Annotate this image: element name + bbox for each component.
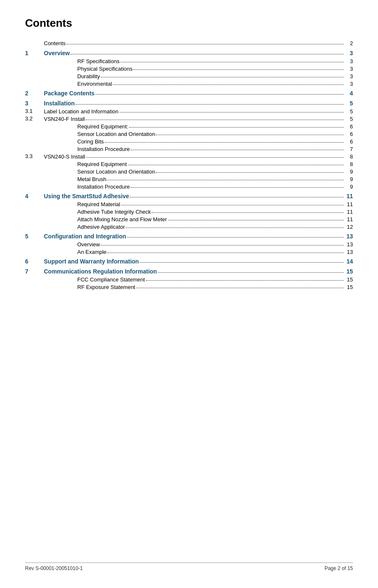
toc-page-attach-mixing: 11 <box>345 216 353 222</box>
toc-content-fcc-compliance: FCC Compliance Statement15 <box>44 276 353 283</box>
footer-revision: Rev S-00001-20051010-1 <box>25 565 83 571</box>
toc-num-vsn240-f-install: 3.2 <box>25 115 44 123</box>
toc-content-sensor-location-f: Sensor Location and Orientation6 <box>44 130 353 138</box>
toc-page-label-location: 5 <box>345 108 353 115</box>
toc-row-sensor-location-f: Sensor Location and Orientation6 <box>25 130 353 138</box>
toc-label-smartstud-adhesive: Using the SmartStud Adhesive <box>44 193 129 199</box>
toc-label-environmental: Environmental <box>77 81 112 87</box>
toc-page-physical-specs: 3 <box>345 66 353 72</box>
toc-entry-div: Adhesive Applicator12 <box>77 223 353 230</box>
toc-num-package-contents: 2 <box>25 87 44 97</box>
toc-row-installation: 3Installation5 <box>25 97 353 107</box>
toc-num-contents <box>25 37 44 47</box>
toc-content-required-material: Required Material11 <box>44 200 353 208</box>
toc-dots <box>105 137 344 143</box>
toc-page-installation-proc-f: 7 <box>345 146 353 152</box>
toc-num-attach-mixing <box>25 215 44 223</box>
toc-entry-div: Durability3 <box>77 73 353 79</box>
toc-row-vsn240-s-install: 3.3VSN240-S Install8 <box>25 153 353 160</box>
toc-dots <box>121 200 344 205</box>
toc-row-attach-mixing: Attach Mixing Nozzle and Flow Meter11 <box>25 215 353 223</box>
toc-section-num: 5 <box>25 233 28 240</box>
toc-row-vsn240-f-install: 3.2VSN240-F Install5 <box>25 115 353 123</box>
toc-content-coring-bits: Coring Bits6 <box>44 138 353 145</box>
toc-page-rf-specs: 3 <box>345 58 353 64</box>
toc-row-installation-proc-s: Installation Procedure9 <box>25 183 353 190</box>
toc-row-support-warranty: 6Support and Warranty Information14 <box>25 256 353 266</box>
toc-num-required-material <box>25 200 44 208</box>
toc-dots <box>71 49 344 54</box>
toc-label-sensor-location-s: Sensor Location and Orientation <box>77 169 155 175</box>
toc-row-metal-brush: Metal Brush9 <box>25 175 353 183</box>
toc-row-sensor-location-s: Sensor Location and Orientation9 <box>25 168 353 175</box>
toc-label-support-warranty: Support and Warranty Information <box>44 258 139 265</box>
toc-dots <box>86 152 344 158</box>
toc-entry-div: Configuration and Integration13 <box>44 233 353 240</box>
toc-dots <box>95 89 344 95</box>
toc-row-config-integration: 5Configuration and Integration13 <box>25 230 353 240</box>
toc-entry-div: Support and Warranty Information14 <box>44 258 353 265</box>
toc-label-required-equipment-f: Required Equipment: <box>77 123 128 130</box>
toc-content-adhesive-applicator: Adhesive Applicator12 <box>44 223 353 230</box>
toc-page-installation-proc-s: 9 <box>345 184 353 190</box>
toc-page-sensor-location-f: 6 <box>345 131 353 137</box>
toc-num-required-equipment-f <box>25 123 44 130</box>
toc-row-contents: Contents2 <box>25 37 353 47</box>
toc-page-coring-bits: 6 <box>345 138 353 145</box>
toc-page-package-contents: 4 <box>345 90 353 97</box>
toc-num-config-integration: 5 <box>25 230 44 240</box>
toc-row-smartstud-adhesive: 4Using the SmartStud Adhesive11 <box>25 190 353 200</box>
toc-section-num: 3.3 <box>25 153 33 159</box>
toc-row-required-equipment-s: Required Equipment8 <box>25 160 353 168</box>
toc-dots <box>119 107 344 112</box>
toc-label-fcc-compliance: FCC Compliance Statement <box>77 276 145 283</box>
toc-page-comms-regulation: 15 <box>345 268 353 275</box>
toc-num-adhesive-applicator <box>25 223 44 230</box>
toc-label-vsn240-s-install: VSN240-S Install <box>44 153 85 160</box>
toc-num-metal-brush <box>25 175 44 183</box>
toc-row-required-material: Required Material11 <box>25 200 353 208</box>
toc-dots <box>101 240 344 245</box>
toc-row-comms-regulation: 7Communications Regulation Information15 <box>25 266 353 276</box>
toc-page-overview: 3 <box>345 50 353 56</box>
toc-section-num: 7 <box>25 268 28 275</box>
toc-content-smartstud-adhesive: Using the SmartStud Adhesive11 <box>44 190 353 200</box>
toc-num-sensor-location-f <box>25 130 44 138</box>
toc-dots <box>156 167 344 173</box>
toc-num-rf-exposure <box>25 283 44 291</box>
toc-num-adhesive-tube <box>25 208 44 215</box>
toc-page-vsn240-f-install: 5 <box>345 116 353 122</box>
toc-content-vsn240-s-install: VSN240-S Install8 <box>44 153 353 160</box>
toc-num-label-location: 3.1 <box>25 107 44 115</box>
toc-content-metal-brush: Metal Brush9 <box>44 175 353 183</box>
toc-row-rf-exposure: RF Exposure Statement15 <box>25 283 353 291</box>
toc-dots <box>76 99 344 105</box>
toc-page-an-example: 13 <box>345 249 353 255</box>
toc-dots <box>158 267 344 273</box>
toc-row-physical-specs: Physical Specifications3 <box>25 65 353 72</box>
toc-label-sensor-location-f: Sensor Location and Orientation <box>77 131 155 137</box>
toc-num-smartstud-adhesive: 4 <box>25 190 44 200</box>
toc-num-overview-sub <box>25 240 44 248</box>
toc-entry-div: Coring Bits6 <box>77 138 353 145</box>
toc-page-adhesive-tube: 11 <box>345 209 353 215</box>
toc-label-config-integration: Configuration and Integration <box>44 233 126 240</box>
toc-dots <box>156 130 344 135</box>
toc-num-environmental <box>25 80 44 87</box>
toc-dots <box>101 72 344 77</box>
toc-num-rf-specs <box>25 57 44 65</box>
toc-dots <box>120 57 344 62</box>
toc-num-comms-regulation: 7 <box>25 266 44 276</box>
toc-content-durability: Durability3 <box>44 72 353 80</box>
toc-page-rf-exposure: 15 <box>345 284 353 290</box>
footer: Rev S-00001-20051010-1 Page 2 of 15 <box>25 562 353 571</box>
toc-label-adhesive-tube: Adhesive Tube Integrity Check <box>77 209 151 215</box>
toc-entry-div: VSN240-S Install8 <box>44 153 353 160</box>
toc-content-required-equipment-s: Required Equipment8 <box>44 160 353 168</box>
toc-content-overview: Overview3 <box>44 47 353 57</box>
toc-page-metal-brush: 9 <box>345 176 353 182</box>
toc-content-an-example: An Example13 <box>44 248 353 256</box>
toc-num-physical-specs <box>25 65 44 72</box>
toc-label-installation: Installation <box>44 100 75 107</box>
toc-page-smartstud-adhesive: 11 <box>345 193 353 199</box>
